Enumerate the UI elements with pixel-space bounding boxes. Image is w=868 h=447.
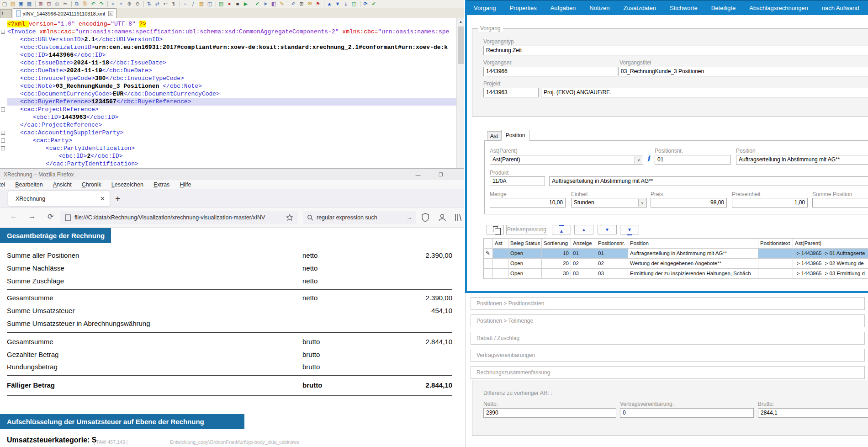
search-text[interactable]: regular expression such xyxy=(317,214,377,221)
positionsnr-field[interactable]: 01 xyxy=(655,155,731,165)
xml-line[interactable]: <cac:ProjectReference> xyxy=(7,106,457,113)
menu-item-ansicht[interactable]: Ansicht xyxy=(53,181,72,188)
redo-icon[interactable]: ↷ xyxy=(98,0,105,7)
cell-status[interactable]: Open xyxy=(508,269,542,279)
vorgangstitel-field[interactable]: 03_RechnungKunde_3 Positionen xyxy=(618,67,868,76)
cell-position[interactable]: Wertung der eingegebenen Angebote** xyxy=(628,259,758,269)
cell-anzeige[interactable]: 03 xyxy=(571,269,596,279)
section-header-positionen-teilmenge[interactable]: Positionen > Teilmenge xyxy=(471,314,865,327)
mail-icon[interactable]: ✉ xyxy=(306,0,313,7)
erp-tab-abschlagsrechnungen[interactable]: Abschlagsrechnungen xyxy=(742,5,815,11)
table-row[interactable]: ✎Open100101Auftragserteilung in Abstimmu… xyxy=(484,249,868,259)
cell-anzeige[interactable]: 01 xyxy=(571,249,596,259)
produkt-code-field[interactable]: 11/0A xyxy=(490,176,545,186)
sync-v-icon[interactable]: ⇅ xyxy=(145,0,153,7)
chevron-down-icon[interactable]: ∨ xyxy=(635,156,642,164)
close-all-icon[interactable]: ⊟ xyxy=(45,0,53,7)
reload-icon[interactable]: ⟳ xyxy=(48,212,53,221)
npp-tab-active[interactable]: xINV_1443966-20241119110318.xml x xyxy=(13,8,116,18)
refresh-icon[interactable]: ⟳ xyxy=(362,0,369,7)
sync-h-icon[interactable]: ⇄ xyxy=(153,0,161,7)
cell-ast[interactable] xyxy=(493,269,508,279)
library-icon[interactable] xyxy=(454,213,462,222)
subtab-position[interactable]: Position xyxy=(501,130,529,141)
erp-tab-aufgaben[interactable]: Aufgaben xyxy=(544,5,583,11)
close-icon[interactable]: ⊠ xyxy=(37,0,44,7)
cell-position[interactable]: Auftragserteilung in Abstimmung mit AG** xyxy=(628,249,758,259)
column-header-sel[interactable] xyxy=(484,239,493,249)
edit-b-icon[interactable]: ✐ xyxy=(290,0,297,7)
preis-field[interactable]: 98,00 xyxy=(651,198,727,208)
cell-sort[interactable]: 30 xyxy=(542,269,571,279)
back-icon[interactable]: ← xyxy=(10,212,17,220)
vorgangsnr-field[interactable]: 1443966 xyxy=(483,67,617,76)
fold-toggle-icon[interactable]: – xyxy=(1,138,5,143)
indent-guide-icon[interactable]: ≡ xyxy=(181,0,189,7)
summe-position-field[interactable] xyxy=(812,198,868,208)
move-bottom-button[interactable]: ▼ xyxy=(620,225,639,234)
xml-line[interactable]: <?xml version="1.0" encoding="UTF-8" ?> xyxy=(7,20,457,28)
accept-icon[interactable]: ✔ xyxy=(370,0,377,7)
account-icon[interactable] xyxy=(438,213,447,222)
bookmark-star-icon[interactable] xyxy=(286,214,293,221)
menge-field[interactable]: 10,00 xyxy=(490,198,566,208)
xml-line[interactable]: <cac:AccountingSupplierParty> xyxy=(7,129,457,137)
macro-play-icon[interactable]: ▶ xyxy=(242,0,249,7)
wordwrap-icon[interactable]: ↩ xyxy=(162,0,169,7)
column-header-posnr[interactable]: Positionsnr. xyxy=(596,239,628,249)
scrollbar-thumb[interactable] xyxy=(458,27,464,64)
move-down-button[interactable]: ▼ xyxy=(598,225,617,234)
xml-line[interactable]: <cac:PartyIdentification> xyxy=(7,144,457,152)
open-folder-icon[interactable]: ▤ xyxy=(9,0,16,7)
section-header-vertragsvereinbarungen[interactable]: Vertragsvereinbarungen xyxy=(471,349,865,362)
erp-tab-verkaufsbeleg[interactable]: Verkaufsbeleg xyxy=(866,5,868,11)
xml-line[interactable]: <cbc:BuyerReference>1234567</cbc:BuyerRe… xyxy=(7,98,457,106)
paste-icon[interactable]: ⎘ xyxy=(81,0,89,7)
tab-close-icon[interactable]: x xyxy=(108,11,113,16)
vertrag-field[interactable]: 0 xyxy=(620,408,754,418)
position-field[interactable]: Auftragserteilung in Abstimmung mit AG** xyxy=(736,155,868,165)
undo-icon[interactable]: ↶ xyxy=(90,0,97,7)
netto-field[interactable]: 2390 xyxy=(483,408,616,418)
print-icon[interactable]: ⎙ xyxy=(53,0,61,7)
ast-parent-combobox[interactable]: Ast(Parent) ∨ xyxy=(490,155,643,165)
url-text[interactable]: file:///C:/data/xRechnung/Visualization/… xyxy=(74,214,286,221)
brutto-field[interactable]: 2844,1 xyxy=(758,408,868,418)
cell-ast[interactable] xyxy=(493,259,508,269)
erp-tab-stichworte[interactable]: Stichworte xyxy=(663,5,704,11)
xml-line[interactable]: <cbc:CustomizationID>urn:cen.eu:en16931:… xyxy=(7,43,457,51)
xml-line[interactable]: <cbc:ID>2</cbc:ID> xyxy=(7,152,457,160)
einheit-combobox[interactable]: Stunden ∨ xyxy=(571,198,647,208)
copy-icon[interactable]: ⧉ xyxy=(73,0,80,7)
url-bar[interactable]: file:///C:/data/xRechnung/Visualization/… xyxy=(60,211,298,224)
minimize-button[interactable]: — xyxy=(411,170,425,179)
cell-sort[interactable]: 10 xyxy=(542,249,571,259)
erp-tab-beteiligte[interactable]: Beteiligte xyxy=(704,5,742,11)
flag-icon[interactable]: ⚑ xyxy=(314,0,322,7)
cut-icon[interactable]: ✂ xyxy=(62,0,69,7)
md-view-icon[interactable]: ◧ xyxy=(270,0,277,7)
macro-stop-icon[interactable]: ■ xyxy=(234,0,241,7)
xml-line[interactable]: </cac:PartyIdentification> xyxy=(7,160,457,168)
xml-line[interactable]: <cbc:DocumentCurrencyCode>EUR</cbc:Docum… xyxy=(7,90,457,98)
maximize-button[interactable]: ❐ xyxy=(434,170,448,179)
xml-line[interactable]: <cbc:DueDate>2024-11-19</cbc:DueDate> xyxy=(7,67,457,74)
section-header-rabatt-zuschlag[interactable]: Rabatt / Zuschlag xyxy=(471,332,865,345)
cell-sort[interactable]: 20 xyxy=(542,259,571,269)
section-header-rechnungszusammenfassung[interactable]: Rechnungszusammenfassung xyxy=(471,366,865,379)
move-top-button[interactable]: ▲ xyxy=(552,225,571,234)
xml-line[interactable]: <cbc:UBLVersionID>2.1</cbc:UBLVersionID> xyxy=(7,36,457,43)
fold-toggle-icon[interactable]: – xyxy=(1,30,5,34)
cell-sel[interactable]: ✎ xyxy=(484,249,493,259)
xml-line[interactable]: <cbc:ID>1443966</cbc:ID> xyxy=(7,51,457,59)
cell-status[interactable]: Open xyxy=(508,249,542,259)
xml-line[interactable]: <cbc:ID>1443963</cbc:ID> xyxy=(7,113,457,121)
down-icon[interactable]: ▼ xyxy=(334,0,341,7)
forward-icon[interactable]: → xyxy=(28,212,36,220)
projekt-name-field[interactable]: Proj. (EKVO) ANG/AUF/RE. xyxy=(541,88,868,97)
cell-postext[interactable] xyxy=(758,269,793,279)
erp-tab-notizen[interactable]: Notizen xyxy=(582,5,616,11)
search-go-icon[interactable]: → xyxy=(407,214,413,221)
cell-astparent[interactable]: -> 1443965 -> 02 Wertung de xyxy=(793,259,868,269)
preiseinheit-field[interactable]: 1,00 xyxy=(732,198,808,208)
